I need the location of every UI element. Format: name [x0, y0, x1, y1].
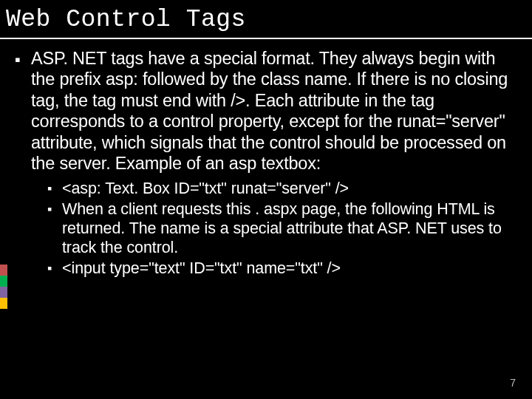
sub-bullet-item: ▪ When a client requests this . aspx pag…: [47, 200, 517, 258]
sub-bullet-text: When a client requests this . aspx page,…: [62, 200, 517, 258]
slide-content: ▪ ASP. NET tags have a special format. T…: [0, 48, 532, 279]
sub-bullet-text: <asp: Text. Box ID="txt" runat="server" …: [62, 179, 349, 198]
slide-container: Web Control Tags ▪ ASP. NET tags have a …: [0, 0, 532, 399]
bullet-icon: ▪: [15, 48, 31, 70]
sub-bullet-item: ▪ <asp: Text. Box ID="txt" runat="server…: [47, 179, 517, 198]
main-bullet-text: ASP. NET tags have a special format. The…: [31, 48, 517, 174]
sub-bullet-list: ▪ <asp: Text. Box ID="txt" runat="server…: [15, 179, 517, 279]
accent-strip: [0, 265, 7, 309]
bullet-icon: ▪: [47, 200, 62, 218]
sub-bullet-item: ▪ <input type="text" ID="txt" name="txt"…: [47, 259, 517, 278]
accent-color: [0, 265, 7, 276]
page-number: 7: [510, 377, 516, 389]
bullet-icon: ▪: [47, 179, 62, 197]
accent-color: [0, 276, 7, 287]
accent-color: [0, 298, 7, 309]
main-bullet: ▪ ASP. NET tags have a special format. T…: [15, 48, 517, 174]
sub-bullet-text: <input type="text" ID="txt" name="txt" /…: [62, 259, 341, 278]
bullet-icon: ▪: [47, 259, 62, 277]
accent-color: [0, 287, 7, 298]
slide-title: Web Control Tags: [0, 0, 532, 39]
